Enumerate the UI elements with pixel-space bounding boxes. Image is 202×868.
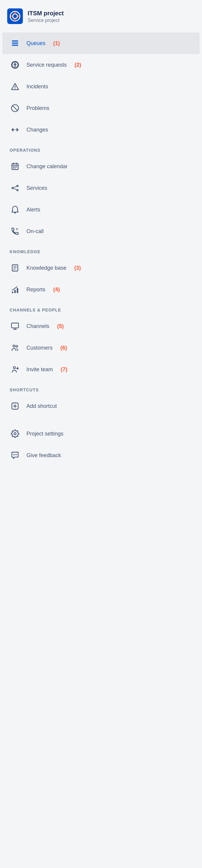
knowledge-base-badge: (3) bbox=[74, 265, 81, 271]
service-requests-icon bbox=[10, 59, 21, 70]
sidebar-item-project-settings[interactable]: Project settings bbox=[2, 423, 200, 444]
queues-badge: (1) bbox=[53, 40, 60, 46]
svg-line-16 bbox=[12, 106, 18, 111]
sidebar-item-add-shortcut[interactable]: Add shortcut bbox=[2, 395, 200, 417]
project-type: Service project bbox=[28, 18, 64, 23]
project-info: ITSM project Service project bbox=[28, 9, 64, 23]
sidebar-item-service-requests[interactable]: Service requests (2) bbox=[2, 54, 200, 76]
reports-label: Reports bbox=[26, 286, 46, 293]
on-call-icon bbox=[10, 226, 21, 237]
changes-icon bbox=[10, 124, 21, 135]
give-feedback-icon bbox=[10, 450, 21, 461]
customers-badge: (6) bbox=[60, 345, 67, 351]
services-label: Services bbox=[26, 185, 47, 191]
section-channels-people: CHANNELS & PEOPLE bbox=[0, 300, 202, 315]
add-shortcut-icon bbox=[10, 401, 21, 411]
give-feedback-label: Give feedback bbox=[26, 452, 61, 459]
sidebar-item-give-feedback[interactable]: Give feedback bbox=[2, 444, 200, 466]
customers-label: Customers bbox=[26, 345, 53, 351]
svg-rect-39 bbox=[17, 288, 18, 293]
sidebar-item-reports[interactable]: Reports (4) bbox=[2, 279, 200, 300]
reports-icon bbox=[10, 284, 21, 295]
service-requests-label: Service requests bbox=[26, 62, 67, 68]
customers-icon bbox=[10, 342, 21, 353]
knowledge-base-label: Knowledge base bbox=[26, 265, 66, 271]
reports-badge: (4) bbox=[53, 286, 60, 293]
svg-point-54 bbox=[16, 454, 17, 455]
sidebar-item-services[interactable]: Services bbox=[2, 177, 200, 199]
project-settings-label: Project settings bbox=[26, 431, 63, 437]
sidebar-item-changes[interactable]: Changes bbox=[2, 119, 200, 141]
svg-line-31 bbox=[13, 186, 17, 188]
service-requests-badge: (2) bbox=[75, 62, 81, 68]
svg-rect-9 bbox=[12, 43, 18, 44]
sidebar-item-invite-team[interactable]: Invite team (7) bbox=[2, 359, 200, 380]
problems-label: Problems bbox=[26, 105, 49, 112]
section-operations: OPERATIONS bbox=[0, 141, 202, 156]
channels-badge: (5) bbox=[57, 323, 64, 330]
sidebar-item-channels[interactable]: Channels (5) bbox=[2, 315, 200, 337]
section-shortcuts: SHORTCUTS bbox=[0, 380, 202, 395]
svg-point-53 bbox=[15, 454, 16, 455]
project-name: ITSM project bbox=[28, 9, 64, 17]
svg-rect-24 bbox=[15, 166, 16, 167]
svg-rect-27 bbox=[15, 168, 16, 168]
services-icon bbox=[10, 183, 21, 193]
svg-point-52 bbox=[13, 454, 15, 455]
alerts-label: Alerts bbox=[26, 207, 40, 213]
change-calendar-label: Change calendar bbox=[26, 163, 68, 170]
svg-point-7 bbox=[12, 14, 18, 19]
sidebar-item-on-call[interactable]: On-call bbox=[2, 220, 200, 242]
knowledge-base-icon bbox=[10, 262, 21, 273]
channels-icon bbox=[10, 321, 21, 332]
channels-label: Channels bbox=[26, 323, 49, 330]
sidebar-item-customers[interactable]: Customers (6) bbox=[2, 337, 200, 359]
svg-point-29 bbox=[17, 185, 18, 187]
svg-rect-26 bbox=[13, 168, 14, 168]
svg-rect-37 bbox=[12, 292, 13, 293]
invite-team-badge: (7) bbox=[61, 366, 67, 373]
incidents-icon bbox=[10, 81, 21, 92]
sidebar: ITSM project Service project Queues (1) … bbox=[0, 0, 202, 466]
invite-team-label: Invite team bbox=[26, 366, 53, 373]
change-calendar-icon bbox=[10, 161, 21, 172]
svg-rect-40 bbox=[11, 323, 18, 328]
alerts-icon bbox=[10, 204, 21, 215]
sidebar-item-change-calendar[interactable]: Change calendar bbox=[2, 156, 200, 177]
svg-point-11 bbox=[11, 61, 18, 68]
svg-point-30 bbox=[17, 189, 18, 191]
svg-point-28 bbox=[12, 187, 13, 189]
incidents-label: Incidents bbox=[26, 84, 48, 90]
queues-label: Queues bbox=[26, 40, 46, 46]
queues-icon bbox=[10, 38, 21, 49]
sidebar-item-alerts[interactable]: Alerts bbox=[2, 199, 200, 220]
section-knowledge: KNOWLEDGE bbox=[0, 242, 202, 257]
svg-point-51 bbox=[14, 433, 16, 435]
project-header: ITSM project Service project bbox=[0, 0, 202, 32]
changes-label: Changes bbox=[26, 127, 48, 133]
svg-rect-25 bbox=[16, 166, 18, 167]
project-logo bbox=[7, 8, 23, 24]
svg-rect-10 bbox=[12, 45, 18, 46]
svg-point-14 bbox=[15, 88, 15, 89]
svg-line-32 bbox=[13, 188, 17, 190]
project-settings-icon bbox=[10, 428, 21, 439]
problems-icon bbox=[10, 103, 21, 114]
on-call-label: On-call bbox=[26, 228, 44, 235]
svg-rect-38 bbox=[15, 290, 16, 293]
svg-rect-23 bbox=[13, 166, 14, 167]
sidebar-item-problems[interactable]: Problems bbox=[2, 97, 200, 119]
sidebar-item-incidents[interactable]: Incidents bbox=[2, 76, 200, 97]
sidebar-item-knowledge-base[interactable]: Knowledge base (3) bbox=[2, 257, 200, 279]
invite-team-icon bbox=[10, 364, 21, 375]
svg-point-43 bbox=[13, 345, 15, 347]
svg-point-44 bbox=[16, 345, 18, 347]
svg-point-45 bbox=[13, 367, 15, 369]
add-shortcut-label: Add shortcut bbox=[26, 403, 57, 409]
svg-rect-8 bbox=[12, 40, 18, 42]
sidebar-item-queues[interactable]: Queues (1) bbox=[2, 32, 200, 54]
